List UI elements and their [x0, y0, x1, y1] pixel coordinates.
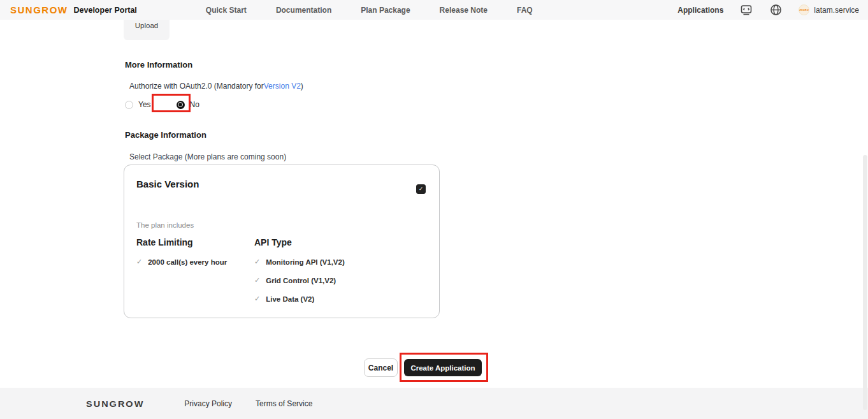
rate-limiting-heading: Rate Limiting [136, 237, 227, 247]
tick-icon: ✓ [254, 258, 260, 266]
api-type-heading: API Type [254, 237, 345, 247]
nav-right-group: Applications SUNGROW latam.service [677, 4, 859, 17]
nav-menu: Quick Start Documentation Plan Package R… [206, 6, 533, 15]
package-title: Basic Version [136, 179, 199, 189]
radio-selected-icon[interactable] [177, 101, 185, 109]
terms-of-service-link[interactable]: Terms of Service [256, 399, 312, 408]
top-nav: SUNGROW Developer Portal Quick Start Doc… [0, 0, 868, 20]
package-selected-checkbox[interactable]: ✓ [416, 184, 426, 194]
list-item: ✓ Monitoring API (V1,V2) [254, 258, 345, 266]
oauth-radio-group: Yes No [125, 98, 199, 112]
oauth-radio-yes[interactable]: Yes [125, 100, 151, 109]
user-name: latam.service [814, 6, 859, 15]
oauth-radio-no[interactable]: No [177, 100, 199, 109]
checkmark-icon: ✓ [419, 186, 424, 192]
nav-item-documentation[interactable]: Documentation [276, 6, 331, 15]
rate-limiting-column: Rate Limiting ✓ 2000 call(s) every hour [136, 237, 227, 266]
more-information-heading: More Information [125, 60, 192, 70]
list-item: ✓ Live Data (V2) [254, 295, 345, 303]
api-type-live-data: Live Data (V2) [266, 295, 314, 303]
globe-language-icon[interactable] [769, 4, 782, 17]
portal-title: Developer Portal [74, 6, 137, 15]
radio-no-label: No [190, 100, 199, 109]
console-monitor-icon[interactable] [740, 4, 753, 17]
plan-includes-label: The plan includes [136, 221, 194, 229]
user-avatar: SUNGROW [799, 4, 809, 15]
oauth-question-label: Authorize with OAuth2.0 (Mandatory forVe… [129, 82, 303, 91]
user-menu[interactable]: SUNGROW latam.service [799, 4, 859, 15]
nav-item-quick-start[interactable]: Quick Start [206, 6, 247, 15]
tick-icon: ✓ [136, 258, 142, 266]
package-information-heading: Package Information [125, 130, 206, 140]
privacy-policy-link[interactable]: Privacy Policy [184, 399, 232, 408]
cancel-button[interactable]: Cancel [364, 358, 398, 377]
basic-version-package-card[interactable]: Basic Version ✓ The plan includes Rate L… [124, 165, 440, 318]
radio-unselected-icon[interactable] [125, 101, 133, 109]
rate-limit-value: 2000 call(s) every hour [148, 258, 227, 266]
tick-icon: ✓ [254, 276, 260, 284]
sungrow-logo[interactable]: SUNGROW [10, 5, 68, 15]
version-v2-link[interactable]: Version V2 [264, 82, 301, 91]
applications-link[interactable]: Applications [677, 6, 723, 15]
list-item: ✓ 2000 call(s) every hour [136, 258, 227, 266]
api-type-column: API Type ✓ Monitoring API (V1,V2) ✓ Grid… [254, 237, 345, 303]
radio-yes-label: Yes [138, 100, 151, 109]
api-type-monitoring: Monitoring API (V1,V2) [266, 258, 345, 266]
nav-item-release-note[interactable]: Release Note [440, 6, 488, 15]
footer-sungrow-logo: SUNGROW [86, 399, 144, 408]
api-type-grid-control: Grid Control (V1,V2) [266, 277, 336, 284]
nav-item-faq[interactable]: FAQ [517, 6, 533, 15]
tick-icon: ✓ [254, 295, 260, 303]
select-package-label: Select Package (More plans are coming so… [129, 152, 286, 161]
create-application-button[interactable]: Create Application [404, 359, 482, 376]
list-item: ✓ Grid Control (V1,V2) [254, 276, 345, 284]
oauth-label-suffix: ) [301, 82, 303, 91]
nav-item-plan-package[interactable]: Plan Package [361, 6, 410, 15]
oauth-label-prefix: Authorize with OAuth2.0 (Mandatory for [129, 82, 264, 91]
footer: SUNGROW Privacy Policy Terms of Service [0, 388, 868, 419]
vertical-scrollbar[interactable] [863, 155, 867, 410]
